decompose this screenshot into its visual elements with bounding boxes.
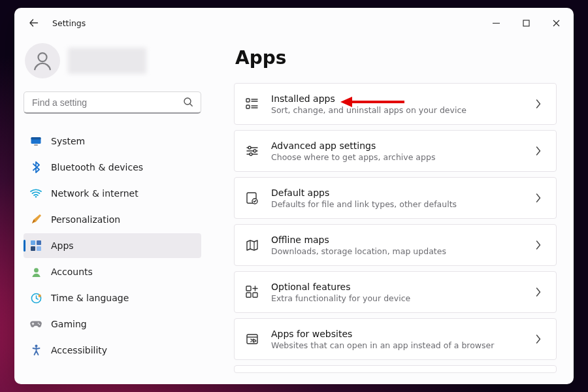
card-subtitle: Downloads, storage location, map updates [271,246,523,256]
card-optional-features[interactable]: Optional features Extra functionality fo… [234,271,557,313]
user-icon [31,50,54,72]
nav-label: Bluetooth & devices [51,162,143,172]
paintbrush-icon [30,214,42,225]
svg-rect-5 [34,144,38,146]
window-body: System Bluetooth & devices Network & int… [14,38,574,384]
svg-point-6 [35,196,37,197]
svg-point-16 [35,345,37,348]
chevron-right-icon [535,240,546,250]
card-subtitle: Extra functionality for your device [271,293,523,303]
nav-item-apps[interactable]: Apps [24,233,201,258]
clock-icon [30,292,42,304]
svg-rect-27 [247,335,257,344]
installed-apps-icon [245,97,259,111]
nav-label: System [51,136,85,146]
card-title: Default apps [271,188,523,198]
gaming-icon [30,318,42,330]
card-text: Optional features Extra functionality fo… [271,282,523,303]
nav-label: Time & language [51,293,129,303]
svg-rect-18 [246,105,250,108]
svg-point-19 [248,146,251,149]
card-advanced-app-settings[interactable]: Advanced app settings Choose where to ge… [234,130,557,172]
chevron-right-icon [535,287,546,297]
main-panel: Apps Installed apps Sort, change, and un… [210,38,574,384]
nav-item-accessibility[interactable]: Accessibility [24,338,201,363]
accounts-icon [30,266,42,278]
svg-rect-9 [31,246,35,251]
svg-point-13 [38,294,41,297]
card-apps-for-websites[interactable]: Apps for websites Websites that can open… [234,318,557,360]
svg-point-21 [250,153,252,155]
close-button[interactable] [541,12,571,33]
settings-window: Settings [14,8,574,384]
wifi-icon [30,188,42,199]
svg-rect-25 [246,293,251,297]
card-text: Offline maps Downloads, storage location… [271,235,523,256]
nav-item-personalization[interactable]: Personalization [24,207,201,232]
chevron-right-icon [535,99,546,108]
svg-rect-24 [246,286,251,291]
search-input[interactable] [24,91,201,114]
close-icon [553,20,560,27]
advanced-settings-icon [245,144,259,158]
svg-rect-0 [523,20,529,26]
nav-item-bluetooth[interactable]: Bluetooth & devices [24,155,201,180]
svg-rect-8 [37,240,41,245]
back-arrow-icon [29,18,39,28]
svg-rect-4 [31,137,41,140]
svg-rect-10 [37,246,41,251]
profile-name-redacted [68,48,146,74]
apps-for-websites-icon [245,332,259,346]
map-icon [245,238,259,252]
search-box [24,91,201,114]
card-subtitle: Defaults for file and link types, other … [271,199,523,209]
back-button[interactable] [22,11,46,35]
card-title: Advanced app settings [271,140,523,151]
card-default-apps[interactable]: Default apps Defaults for file and link … [234,177,557,219]
chevron-right-icon [535,146,546,155]
card-cutoff[interactable] [234,365,557,373]
maximize-icon [523,20,530,27]
card-title: Offline maps [271,235,523,245]
card-installed-apps[interactable]: Installed apps Sort, change, and uninsta… [234,83,557,125]
chevron-right-icon [535,335,546,344]
svg-point-1 [38,53,46,61]
card-text: Default apps Defaults for file and link … [271,188,523,209]
card-subtitle: Choose where to get apps, archive apps [271,152,523,162]
avatar [25,43,60,78]
card-text: Installed apps Sort, change, and uninsta… [271,93,523,115]
nav-item-network[interactable]: Network & internet [24,181,201,206]
window-controls [481,12,571,33]
system-icon [30,135,42,147]
card-title: Optional features [271,282,523,292]
card-offline-maps[interactable]: Offline maps Downloads, storage location… [234,224,557,266]
window-title: Settings [52,18,86,28]
maximize-button[interactable] [511,12,541,33]
nav-label: Gaming [51,319,87,329]
nav-label: Accessibility [51,345,107,355]
apps-icon [30,240,42,252]
nav-item-accounts[interactable]: Accounts [24,259,201,284]
nav-item-time[interactable]: Time & language [24,286,201,310]
search-icon [183,97,193,107]
page-title: Apps [235,47,557,69]
svg-point-11 [34,268,39,272]
nav-label: Accounts [51,267,93,277]
nav-list: System Bluetooth & devices Network & int… [24,128,201,363]
card-subtitle: Websites that can open in an app instead… [271,340,523,350]
nav-label: Personalization [51,214,120,225]
card-title: Installed apps [271,93,523,104]
chevron-right-icon [535,193,546,203]
svg-point-2 [184,98,191,105]
minimize-button[interactable] [481,12,511,33]
profile-block[interactable] [25,43,201,78]
titlebar: Settings [14,8,574,38]
svg-rect-7 [31,240,35,245]
nav-item-system[interactable]: System [24,129,201,154]
card-subtitle: Sort, change, and uninstall apps on your… [271,105,523,115]
svg-rect-26 [253,293,257,297]
optional-features-icon [245,285,259,299]
svg-rect-17 [246,99,250,102]
bluetooth-icon [30,161,42,173]
nav-item-gaming[interactable]: Gaming [24,312,201,336]
